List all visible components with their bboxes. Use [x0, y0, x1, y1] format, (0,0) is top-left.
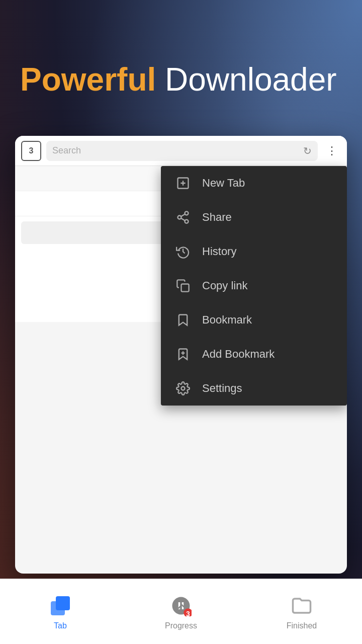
history-icon — [175, 244, 191, 260]
tab-counter[interactable]: 3 — [21, 141, 41, 161]
title-normal: Downloader — [156, 61, 336, 98]
svg-text:3: 3 — [186, 610, 190, 616]
menu-label-copy-link: Copy link — [202, 279, 247, 292]
menu-item-history[interactable]: History — [161, 234, 347, 269]
gear-icon — [175, 380, 191, 396]
svg-point-5 — [185, 220, 189, 223]
svg-point-3 — [185, 211, 189, 215]
plus-square-icon — [175, 175, 191, 191]
menu-item-add-bookmark[interactable]: Add Bookmark — [161, 337, 347, 371]
menu-label-new-tab: New Tab — [202, 177, 245, 190]
menu-item-copy-link[interactable]: Copy link — [161, 269, 347, 303]
menu-label-share: Share — [202, 211, 232, 224]
menu-item-settings[interactable]: Settings — [161, 371, 347, 406]
nav-label-progress: Progress — [165, 621, 197, 630]
nav-item-progress[interactable]: 3 Progress — [121, 593, 241, 630]
copy-icon — [175, 278, 191, 294]
nav-item-finished[interactable]: Finished — [241, 593, 362, 630]
svg-rect-8 — [182, 284, 189, 292]
reload-icon[interactable]: ↻ — [303, 145, 312, 157]
svg-line-7 — [181, 214, 185, 217]
page-title: Powerful Downloader — [20, 60, 342, 99]
add-bookmark-icon — [175, 346, 191, 362]
bottom-nav: Tab 3 Progress Finished — [0, 579, 362, 644]
tab-icon — [51, 596, 70, 615]
menu-label-settings: Settings — [202, 382, 242, 395]
menu-item-new-tab[interactable]: New Tab — [161, 166, 347, 200]
search-bar[interactable]: Search ↻ — [46, 141, 318, 161]
menu-label-add-bookmark: Add Bookmark — [202, 348, 275, 361]
menu-label-history: History — [202, 245, 236, 258]
browser-toolbar: 3 Search ↻ ⋮ — [15, 136, 347, 166]
tab-icon-wrap — [48, 593, 73, 618]
menu-label-bookmark: Bookmark — [202, 313, 252, 327]
progress-icon: 3 — [170, 595, 192, 616]
svg-point-4 — [178, 216, 182, 219]
share-icon — [175, 209, 191, 225]
browser-card: 3 Search ↻ ⋮ New Tab — [15, 136, 347, 574]
search-placeholder: Search — [52, 145, 299, 156]
folder-icon — [291, 595, 312, 616]
title-powerful: Powerful — [20, 61, 156, 98]
context-menu: New Tab Share — [161, 166, 347, 406]
svg-line-6 — [181, 218, 185, 221]
nav-label-tab: Tab — [54, 621, 67, 630]
menu-item-share[interactable]: Share — [161, 200, 347, 234]
more-menu-button[interactable]: ⋮ — [323, 142, 341, 160]
bookmark-icon — [175, 312, 191, 328]
nav-item-tab[interactable]: Tab — [0, 593, 121, 630]
progress-icon-wrap: 3 — [168, 593, 194, 618]
nav-label-finished: Finished — [287, 621, 317, 630]
menu-item-bookmark[interactable]: Bookmark — [161, 303, 347, 337]
svg-point-11 — [182, 387, 185, 390]
finished-icon-wrap — [289, 593, 314, 618]
